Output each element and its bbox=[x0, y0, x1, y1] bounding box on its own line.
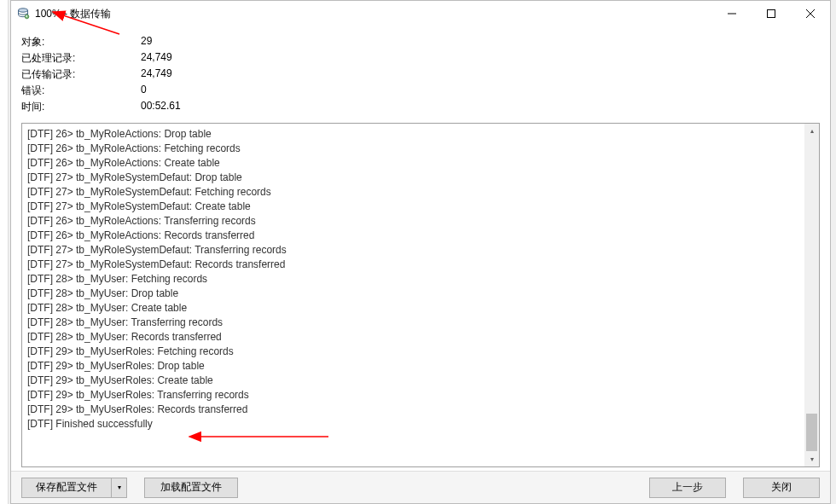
time-value: 00:52.61 bbox=[141, 100, 820, 114]
scroll-down-icon[interactable]: ▾ bbox=[804, 452, 819, 466]
time-label: 时间: bbox=[21, 100, 141, 114]
objects-label: 对象: bbox=[21, 35, 141, 49]
log-line: [DTF] 29> tb_MyUserRoles: Fetching recor… bbox=[27, 345, 799, 359]
log-line: [DTF] 27> tb_MyRoleSystemDefaut: Fetchin… bbox=[27, 185, 799, 200]
prev-step-button[interactable]: 上一步 bbox=[649, 478, 726, 498]
log-line: [DTF] 26> tb_MyRoleActions: Drop table bbox=[27, 127, 799, 142]
log-line: [DTF] 26> tb_MyRoleActions: Fetching rec… bbox=[27, 142, 799, 156]
minimize-button[interactable] bbox=[712, 1, 752, 26]
maximize-button[interactable] bbox=[752, 1, 791, 26]
vertical-scrollbar[interactable]: ▴ ▾ bbox=[804, 124, 819, 466]
window-controls bbox=[712, 1, 830, 26]
window-title: 100% - 数据传输 bbox=[35, 7, 111, 21]
save-profile-dropdown-icon[interactable]: ▾ bbox=[112, 478, 127, 498]
scroll-up-icon[interactable]: ▴ bbox=[804, 124, 819, 138]
app-database-icon bbox=[16, 7, 30, 20]
load-profile-button[interactable]: 加载配置文件 bbox=[144, 478, 238, 498]
scrollbar-thumb[interactable] bbox=[806, 414, 817, 451]
data-transfer-window: 100% - 数据传输 对象: 29 已处理记录: 24,749 已传输记录: … bbox=[10, 0, 831, 504]
log-line: [DTF] 29> tb_MyUserRoles: Create table bbox=[27, 374, 799, 388]
processed-label: 已处理记录: bbox=[21, 51, 141, 66]
log-line: [DTF] 28> tb_MyUser: Records transferred bbox=[27, 330, 799, 345]
save-profile-split-button[interactable]: 保存配置文件 ▾ bbox=[21, 478, 127, 498]
log-content[interactable]: [DTF] 26> tb_MyRoleActions: Drop table[D… bbox=[22, 124, 804, 466]
log-line: [DTF] 28> tb_MyUser: Transferring record… bbox=[27, 316, 799, 330]
log-line: [DTF] 26> tb_MyRoleActions: Transferring… bbox=[27, 214, 799, 229]
log-line: [DTF] 28> tb_MyUser: Drop table bbox=[27, 287, 799, 301]
errors-value: 0 bbox=[141, 84, 820, 98]
svg-rect-3 bbox=[768, 10, 775, 18]
button-bar: 保存配置文件 ▾ 加载配置文件 上一步 关闭 bbox=[11, 471, 830, 503]
log-line: [DTF] 26> tb_MyRoleActions: Create table bbox=[27, 156, 799, 171]
transferred-value: 24,749 bbox=[141, 67, 820, 82]
svg-point-0 bbox=[19, 9, 28, 12]
close-button[interactable]: 关闭 bbox=[743, 478, 820, 498]
log-line: [DTF] 27> tb_MyRoleSystemDefaut: Transfe… bbox=[27, 243, 799, 258]
log-line: [DTF] 29> tb_MyUserRoles: Drop table bbox=[27, 359, 799, 374]
log-line: [DTF] 28> tb_MyUser: Create table bbox=[27, 301, 799, 316]
log-line: [DTF] 28> tb_MyUser: Fetching records bbox=[27, 272, 799, 287]
log-line: [DTF] 26> tb_MyRoleActions: Records tran… bbox=[27, 229, 799, 243]
save-profile-button[interactable]: 保存配置文件 bbox=[21, 478, 112, 498]
left-background-fragment bbox=[0, 0, 9, 504]
close-window-button[interactable] bbox=[791, 1, 830, 26]
log-line: [DTF] 29> tb_MyUserRoles: Transferring r… bbox=[27, 388, 799, 403]
log-panel: [DTF] 26> tb_MyRoleActions: Drop table[D… bbox=[21, 123, 820, 467]
processed-value: 24,749 bbox=[141, 51, 820, 66]
log-line: [DTF] 29> tb_MyUserRoles: Records transf… bbox=[27, 403, 799, 417]
window-titlebar[interactable]: 100% - 数据传输 bbox=[11, 1, 830, 26]
log-line: [DTF] Finished successfully bbox=[27, 417, 799, 432]
transferred-label: 已传输记录: bbox=[21, 67, 141, 82]
objects-value: 29 bbox=[141, 35, 820, 49]
stats-panel: 对象: 29 已处理记录: 24,749 已传输记录: 24,749 错误: 0… bbox=[11, 26, 830, 119]
errors-label: 错误: bbox=[21, 84, 141, 98]
log-line: [DTF] 27> tb_MyRoleSystemDefaut: Create … bbox=[27, 200, 799, 214]
log-line: [DTF] 27> tb_MyRoleSystemDefaut: Records… bbox=[27, 258, 799, 272]
log-line: [DTF] 27> tb_MyRoleSystemDefaut: Drop ta… bbox=[27, 171, 799, 185]
